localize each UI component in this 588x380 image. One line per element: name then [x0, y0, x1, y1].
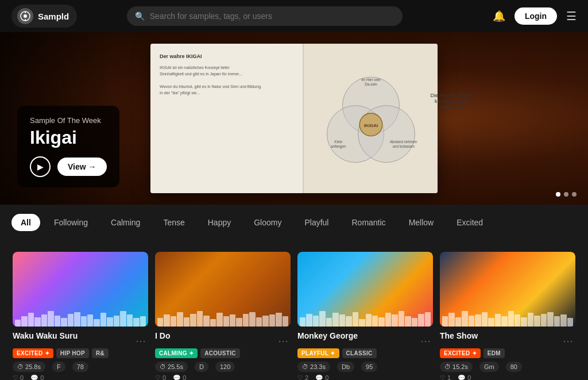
hero-view-button[interactable]: View → [57, 158, 107, 176]
card-1-stats: ⏱ 25.8s F 78 [13, 362, 88, 372]
tab-calming[interactable]: Calming [102, 214, 149, 231]
card-3-tags: PLAYFUL ✦ CLASSIC [297, 348, 433, 358]
card-4-tag-edm[interactable]: EDM [483, 348, 505, 358]
card-1-comments: 💬 0 [30, 374, 44, 380]
svg-text:Da-sein: Da-sein [365, 82, 377, 86]
card-1-key: F [52, 362, 65, 372]
card-4-thumbnail[interactable] [440, 252, 575, 327]
svg-text:Klein: Klein [334, 140, 342, 144]
card-3-likes: ♡ 2 [297, 374, 308, 380]
cards-grid: Waku Waku Suru ⋯ EXCITED ✦ HIP HOP R& ⏱ … [0, 240, 588, 380]
card-2-thumbnail[interactable] [155, 252, 291, 327]
book-left-page: Der wahre IKIGAI IKIGAI ist ein natürlic… [150, 44, 304, 193]
card-2-title: I Do [155, 331, 170, 340]
hero-subtitle: Sample Of The Week [30, 116, 107, 125]
card-4-tags: EXCITED ✦ EDM [440, 348, 575, 358]
tab-following[interactable]: Following [45, 214, 97, 231]
card-4-title: The Show [440, 331, 478, 340]
header-right: 🔔 Login ☰ [493, 7, 577, 25]
card-3-thumbnail[interactable] [297, 252, 433, 327]
header: Sampld 🔍 🔔 Login ☰ [0, 0, 588, 32]
card-1-tag-rb[interactable]: R& [92, 348, 109, 358]
hero-content: Sample Of The Week Ikigai ▶ View → [17, 106, 119, 187]
slide-dot-3[interactable] [572, 192, 577, 197]
card-3-tag-playful[interactable]: PLAYFUL ✦ [297, 348, 339, 358]
card-3-key: Db [337, 362, 354, 372]
card-3-duration: ⏱ 23.3s [297, 362, 330, 372]
book-right-page: IKIGAI Im Hier sein Da-sein Klein anfang… [304, 44, 438, 193]
card-1-waveform [13, 309, 148, 327]
card-1-info: Waku Waku Suru ⋯ EXCITED ✦ HIP HOP R& ⏱ … [13, 327, 148, 380]
card-2-social: ♡ 0 💬 0 [155, 374, 291, 380]
card-3-info: Monkey George ⋯ PLAYFUL ✦ CLASSIC ⏱ 23.3… [297, 327, 433, 380]
card-3-bpm: 95 [361, 362, 377, 372]
card-3-comments: 💬 0 [315, 374, 328, 380]
card-1-title: Waku Waku Suru [13, 331, 78, 340]
menu-button[interactable]: ☰ [566, 9, 577, 23]
card-4-key: Gm [479, 362, 499, 372]
card-1-social: ♡ 0 💬 0 [13, 374, 148, 380]
tab-romantic[interactable]: Romantic [342, 214, 394, 231]
card-1-tags: EXCITED ✦ HIP HOP R& [13, 348, 148, 358]
card-4-social: ♡ 1 💬 0 [440, 374, 575, 380]
card-2-meta: ⏱ 25.5s D 120 [155, 362, 291, 372]
tab-gloomy[interactable]: Gloomy [245, 214, 291, 231]
card-2-tags: CALMING ✦ ACOUSTIC [155, 348, 291, 358]
svg-point-1 [24, 14, 27, 18]
card-3-stats: ⏱ 23.3s Db 95 [297, 362, 377, 372]
card-4-waveform [440, 309, 575, 327]
tab-playful[interactable]: Playful [295, 214, 338, 231]
card-2-info: I Do ⋯ CALMING ✦ ACOUSTIC ⏱ 25.5s D 120 … [155, 327, 291, 380]
card-1-thumbnail[interactable] [13, 252, 148, 327]
tab-excited[interactable]: Excited [447, 214, 492, 231]
hero-actions: ▶ View → [30, 156, 107, 177]
notifications-button[interactable]: 🔔 [493, 10, 505, 22]
slide-dot-1[interactable] [556, 192, 560, 197]
card-2-waveform [155, 309, 291, 327]
card-3-meta: ⏱ 23.3s Db 95 [297, 362, 433, 372]
logo-icon [17, 8, 33, 24]
card-1-more-button[interactable]: ⋯ [133, 333, 148, 348]
search-icon: 🔍 [135, 11, 145, 21]
card-1-bpm: 78 [72, 362, 88, 372]
hero-title: Ikigai [30, 127, 107, 148]
card-1-duration: ⏱ 25.8s [13, 362, 45, 372]
card-3-title: Monkey George [297, 331, 358, 340]
hero-section: Der wahre IKIGAI IKIGAI ist ein natürlic… [0, 32, 588, 205]
svg-text:IKIGAI: IKIGAI [363, 123, 378, 128]
logo[interactable]: Sampld [11, 5, 77, 28]
card-2-more-button[interactable]: ⋯ [276, 333, 291, 348]
card-2-key: D [195, 362, 208, 372]
slide-dot-2[interactable] [564, 192, 568, 197]
card-4-meta: ⏱ 15.2s Gm 80 [440, 362, 575, 372]
tab-happy[interactable]: Happy [199, 214, 240, 231]
card-3-more-button[interactable]: ⋯ [418, 333, 433, 348]
card-1-meta: ⏱ 25.8s F 78 [13, 362, 148, 372]
card-1-tag-hiphop[interactable]: HIP HOP [56, 348, 89, 358]
card-4-tag-excited[interactable]: EXCITED ✦ [440, 348, 481, 358]
svg-text:und loslassen: und loslassen [392, 144, 415, 148]
tab-mellow[interactable]: Mellow [400, 214, 443, 231]
card-2-tag-acoustic[interactable]: ACOUSTIC [200, 348, 240, 358]
hero-play-button[interactable]: ▶ [30, 156, 51, 177]
card-1-tag-excited[interactable]: EXCITED ✦ [13, 348, 53, 358]
card-4-comments: 💬 0 [458, 374, 471, 380]
svg-text:Im Hier sein: Im Hier sein [361, 78, 381, 82]
search-bar: 🔍 [127, 6, 403, 26]
card-3: Monkey George ⋯ PLAYFUL ✦ CLASSIC ⏱ 23.3… [297, 252, 433, 380]
card-4-more-button[interactable]: ⋯ [560, 333, 575, 348]
card-4-info: The Show ⋯ EXCITED ✦ EDM ⏱ 15.2s Gm 80 ♡… [440, 327, 575, 380]
card-1: Waku Waku Suru ⋯ EXCITED ✦ HIP HOP R& ⏱ … [13, 252, 148, 380]
login-button[interactable]: Login [514, 7, 557, 25]
svg-text:anfangen: anfangen [331, 144, 346, 149]
card-2-stats: ⏱ 25.5s D 120 [155, 362, 235, 372]
card-4: The Show ⋯ EXCITED ✦ EDM ⏱ 15.2s Gm 80 ♡… [440, 252, 575, 380]
svg-text:Abstand nehmen: Abstand nehmen [389, 140, 417, 144]
card-2-duration: ⏱ 25.5s [155, 362, 188, 372]
tab-tense[interactable]: Tense [154, 214, 194, 231]
card-3-tag-classic[interactable]: CLASSIC [342, 348, 377, 358]
card-2-tag-calming[interactable]: CALMING ✦ [155, 348, 198, 358]
card-2: I Do ⋯ CALMING ✦ ACOUSTIC ⏱ 25.5s D 120 … [155, 252, 291, 380]
tab-all[interactable]: All [11, 214, 40, 231]
search-input[interactable] [127, 6, 403, 26]
